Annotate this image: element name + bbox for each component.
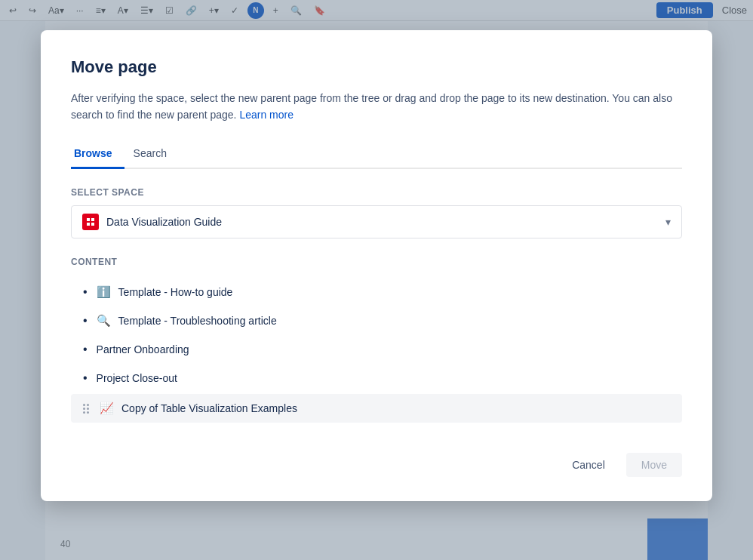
modal-footer: Cancel Move — [71, 453, 682, 477]
chevron-down-icon: ▾ — [665, 216, 671, 228]
list-item[interactable]: 🔍 Template - Troubleshooting article — [71, 306, 682, 335]
svg-rect-1 — [87, 218, 90, 221]
svg-rect-0 — [85, 216, 97, 228]
list-item[interactable]: Project Close-out — [71, 364, 682, 392]
content-list: ℹ️ Template - How-to guide 🔍 Template - … — [71, 278, 682, 392]
move-page-modal: Move page After verifying the space, sel… — [41, 30, 712, 501]
svg-rect-3 — [87, 223, 90, 226]
select-space-label: Select space — [71, 187, 682, 198]
svg-rect-2 — [91, 218, 94, 221]
modal-description: After verifying the space, select the ne… — [71, 91, 682, 123]
space-icon — [82, 214, 99, 230]
move-button[interactable]: Move — [626, 453, 682, 477]
svg-rect-4 — [91, 223, 94, 226]
space-name: Data Visualization Guide — [106, 216, 222, 228]
item-label: Copy of Table Visualization Examples — [121, 402, 297, 414]
space-select-left: Data Visualization Guide — [82, 214, 222, 230]
tab-browse[interactable]: Browse — [71, 141, 124, 169]
drag-handle-icon — [83, 404, 89, 414]
item-icon: ℹ️ — [97, 285, 111, 299]
modal-title: Move page — [71, 57, 682, 77]
tab-search[interactable]: Search — [131, 141, 179, 169]
list-item[interactable]: Partner Onboarding — [71, 335, 682, 364]
item-label: Partner Onboarding — [97, 343, 189, 355]
highlighted-list-item[interactable]: 📈 Copy of Table Visualization Examples — [71, 394, 682, 423]
cancel-button[interactable]: Cancel — [560, 453, 617, 477]
tab-bar: Browse Search — [71, 141, 682, 169]
item-icon: 🔍 — [97, 314, 111, 328]
list-item[interactable]: ℹ️ Template - How-to guide — [71, 278, 682, 306]
content-label: Content — [71, 257, 682, 267]
item-icon: 📈 — [100, 402, 114, 415]
item-label: Template - How-to guide — [118, 286, 233, 298]
item-label: Project Close-out — [97, 372, 177, 384]
space-select-dropdown[interactable]: Data Visualization Guide ▾ — [71, 205, 682, 238]
learn-more-link[interactable]: Learn more — [239, 109, 294, 121]
item-label: Template - Troubleshooting article — [118, 315, 277, 327]
